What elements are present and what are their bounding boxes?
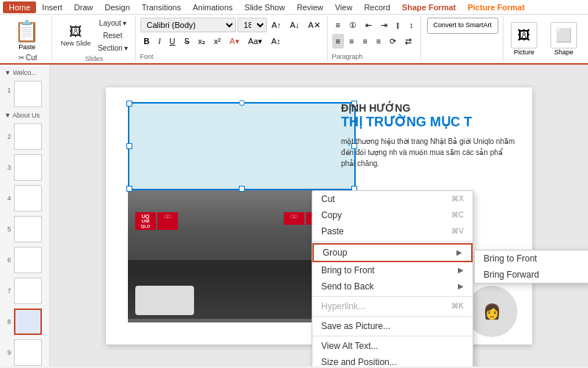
ctx-bringfront-label: Bring to Front: [321, 265, 375, 275]
submenu-bring-front-label: Bring to Front: [484, 253, 537, 264]
slide-thumb-5[interactable]: [14, 216, 42, 242]
new-slide-label: New Slide: [61, 40, 91, 47]
ctx-viewalt-label: View Alt Text...: [321, 341, 379, 351]
smart-art-button[interactable]: ⇄: [401, 34, 415, 48]
slide-thumb-8[interactable]: [14, 309, 42, 335]
layout-button[interactable]: Layout ▾: [95, 18, 130, 29]
bullets-button[interactable]: ≡: [332, 18, 344, 32]
strikethrough-button[interactable]: S̶: [181, 34, 193, 48]
menu-shapeformat[interactable]: Shape Format: [396, 1, 462, 13]
text-direction-button[interactable]: ⟳: [386, 34, 400, 48]
uniqlo-sign-1: UQ UNI QLO: [135, 212, 156, 231]
align-left-button[interactable]: ≡: [332, 34, 344, 48]
font-group: Calibri (Body) 18 A↑ A↓ A✕ B I U S̶ x₂ x…: [137, 16, 328, 62]
menu-draw[interactable]: Draw: [68, 1, 99, 13]
ctx-bringfront-arrow: ▶: [458, 266, 464, 274]
ctx-sep-4: [312, 336, 473, 336]
clear-format-button[interactable]: A✕: [304, 18, 323, 32]
slide-thumb-6[interactable]: [14, 247, 42, 273]
context-menu: Cut ⌘X Copy ⌘C Paste ⌘V Group ▶ Bring t: [312, 190, 473, 367]
italic-button[interactable]: I: [155, 34, 165, 48]
menu-animations[interactable]: Animations: [187, 1, 238, 13]
layout-arrow: ▾: [123, 19, 126, 27]
menu-home[interactable]: Home: [3, 1, 36, 13]
ctx-sep-2: [312, 296, 473, 297]
underline-button[interactable]: U: [166, 34, 179, 48]
handle-mb[interactable]: [239, 186, 245, 192]
justify-button[interactable]: ≡: [373, 34, 384, 48]
new-slide-button[interactable]: 🖼 New Slide: [58, 23, 94, 48]
submenu-bring-front[interactable]: Bring to Front: [475, 250, 588, 267]
convert-smartart-button[interactable]: Convert to SmartArt: [427, 18, 499, 34]
numbering-button[interactable]: ①: [345, 18, 360, 32]
menu-bar: Home Insert Draw Design Transitions Anim…: [0, 0, 588, 15]
superscript-button[interactable]: x²: [210, 34, 224, 48]
sidebar-section-about: ▼ About Us: [1, 110, 48, 120]
menu-insert[interactable]: Insert: [36, 1, 68, 13]
handle-bl[interactable]: [126, 186, 132, 192]
increase-font-button[interactable]: A↑: [268, 18, 285, 32]
ctx-hyperlink: Hyperlink... ⌘K: [312, 298, 473, 314]
slide-thumb-3[interactable]: [14, 154, 42, 181]
ctx-bringfront[interactable]: Bring to Front ▶: [312, 262, 473, 278]
reset-button[interactable]: Reset: [95, 30, 130, 41]
ctx-sizepos[interactable]: Size and Position...: [312, 354, 473, 367]
text-shadow-button[interactable]: A↕: [268, 34, 284, 48]
rotate-handle[interactable]: [239, 100, 245, 106]
increase-indent-button[interactable]: ⇥: [377, 18, 391, 32]
ctx-copy[interactable]: Copy ⌘C: [312, 207, 473, 223]
submenu-bring-forward-label: Bring Forward: [484, 270, 539, 280]
ctx-cut[interactable]: Cut ⌘X: [312, 191, 473, 207]
slide-thumb-4[interactable]: [14, 185, 42, 212]
menu-transitions[interactable]: Transitions: [136, 1, 187, 13]
paragraph-group: ≡ ① ⇤ ⇥ ⫿ ↕ ≡ ≡ ≡ ≡ ⟳ ⇄ Paragraph: [329, 16, 421, 62]
section-button[interactable]: Section ▾: [95, 43, 130, 54]
sidebar-section-welco: ▼ Welco...: [1, 68, 48, 78]
slide-title: ĐỊNH HƯỚNG: [341, 102, 517, 114]
crowd-image[interactable]: UQ UNI QLO □□ □□ UNI: [128, 190, 334, 322]
line-spacing-button[interactable]: ↕: [406, 18, 417, 32]
ctx-paste[interactable]: Paste ⌘V: [312, 223, 473, 239]
cut-button[interactable]: ✂ Cut: [9, 52, 47, 63]
menu-record[interactable]: Record: [358, 1, 395, 13]
slide-thumb-7[interactable]: [14, 278, 42, 304]
picture-group: 🖼 Picture: [505, 16, 543, 62]
bold-button[interactable]: B: [140, 34, 154, 48]
menu-review[interactable]: Review: [291, 1, 329, 13]
font-color-button[interactable]: A▾: [226, 34, 243, 48]
slide-thumb-1[interactable]: [14, 81, 42, 107]
subscript-button[interactable]: x₂: [195, 34, 209, 48]
handle-tl[interactable]: [126, 101, 132, 107]
reset-label: Reset: [103, 32, 122, 40]
selection-box[interactable]: [128, 102, 356, 190]
menu-view[interactable]: View: [329, 1, 359, 13]
ctx-group-label: Group: [323, 248, 347, 258]
align-center-button[interactable]: ≡: [345, 34, 357, 48]
cut-label: Cut: [26, 54, 37, 62]
ctx-group[interactable]: Group ▶: [312, 243, 473, 262]
font-family-select[interactable]: Calibri (Body): [140, 18, 236, 32]
slide-thumb-9[interactable]: [14, 339, 42, 366]
decrease-indent-button[interactable]: ⇤: [362, 18, 376, 32]
ctx-sendback[interactable]: Send to Back ▶: [312, 278, 473, 295]
ctx-cut-label: Cut: [321, 194, 335, 204]
menu-pictureformat[interactable]: Picture Format: [462, 1, 531, 13]
align-right-button[interactable]: ≡: [359, 34, 370, 48]
highlight-button[interactable]: Aa▾: [245, 34, 266, 48]
car-shape: [135, 286, 194, 315]
paste-button[interactable]: 📋 Paste: [10, 18, 44, 52]
avatar-icon: 👩: [483, 303, 501, 320]
menu-design[interactable]: Design: [99, 1, 136, 13]
handle-ml[interactable]: [126, 143, 132, 149]
ctx-viewalt[interactable]: View Alt Text...: [312, 338, 473, 354]
picture-placeholder: 🖼: [511, 22, 537, 48]
columns-button[interactable]: ⫿: [392, 18, 404, 32]
submenu-bring-forward[interactable]: Bring Forward: [475, 267, 588, 283]
ctx-copy-label: Copy: [321, 210, 342, 220]
font-size-select[interactable]: 18: [237, 18, 267, 32]
menu-slideshow[interactable]: Slide Show: [239, 1, 291, 13]
slide-thumb-2[interactable]: [14, 123, 42, 150]
slides-group-label: Slides: [85, 54, 104, 62]
decrease-font-button[interactable]: A↓: [286, 18, 303, 32]
ctx-saveas[interactable]: Save as Picture...: [312, 318, 473, 334]
